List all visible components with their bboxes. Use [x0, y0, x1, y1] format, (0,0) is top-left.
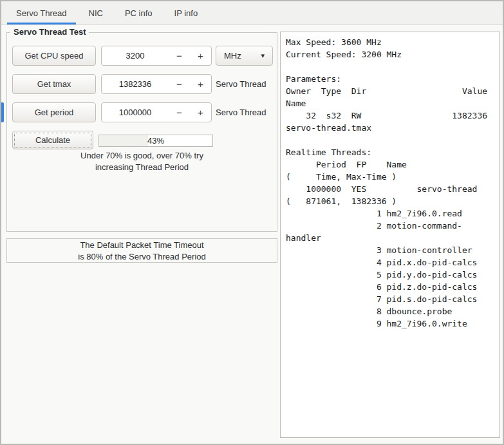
app-window: Servo Thread NIC PC info IP info Servo T… — [0, 0, 504, 445]
get-tmax-button[interactable]: Get tmax — [12, 74, 96, 94]
tmax-increment-button[interactable]: + — [190, 75, 211, 93]
tmax-spinbox: 1382336 − + — [101, 74, 212, 94]
tab-servo-thread-label: Servo Thread — [16, 8, 67, 18]
tmax-decrement-button[interactable]: − — [169, 75, 190, 93]
calculate-button[interactable]: Calculate — [12, 131, 93, 149]
cpu-speed-spinbox: 3200 − + — [101, 46, 212, 66]
cpu-speed-increment-button[interactable]: + — [190, 46, 211, 65]
tab-nic-label: NIC — [89, 8, 103, 18]
active-tab-underline — [7, 23, 76, 24]
threshold-hint-text: Under 70% is good, over 70% try increasi… — [7, 150, 277, 173]
units-dropdown[interactable]: MHz ▾ — [216, 46, 273, 66]
period-thread-label: Servo Thread — [216, 102, 266, 122]
left-edge-accent-indicator — [1, 102, 4, 122]
tab-servo-thread[interactable]: Servo Thread — [5, 1, 78, 24]
get-period-button[interactable]: Get period — [12, 102, 96, 122]
frame-title: Servo Thread Test — [10, 27, 89, 37]
tmax-value[interactable]: 1382336 — [102, 75, 169, 93]
tab-pc-info-label: PC info — [125, 8, 153, 18]
tab-bar: Servo Thread NIC PC info IP info — [1, 1, 503, 25]
cpu-speed-value[interactable]: 3200 — [102, 46, 169, 65]
tab-nic[interactable]: NIC — [78, 1, 114, 24]
period-value[interactable]: 1000000 — [102, 103, 169, 122]
tab-ip-info-label: IP info — [174, 8, 198, 18]
tab-pc-info[interactable]: PC info — [114, 1, 163, 24]
chevron-down-icon: ▾ — [261, 52, 265, 60]
get-cpu-speed-button[interactable]: Get CPU speed — [12, 46, 96, 66]
servo-thread-test-frame: Servo Thread Test Get CPU speed 3200 − +… — [6, 32, 277, 232]
tmax-thread-label: Servo Thread — [216, 74, 266, 94]
units-dropdown-value: MHz — [224, 51, 241, 61]
progress-percent-label: 43% — [99, 135, 212, 146]
output-textview: Max Speed: 3600 MHz Current Speed: 3200 … — [280, 32, 500, 438]
tab-ip-info[interactable]: IP info — [163, 1, 209, 24]
period-spinbox: 1000000 − + — [101, 102, 212, 122]
cpu-speed-decrement-button[interactable]: − — [169, 46, 190, 65]
packet-timeout-note: The Default Packet Time Timeout is 80% o… — [6, 238, 277, 263]
period-increment-button[interactable]: + — [190, 103, 211, 122]
load-progressbar: 43% — [98, 135, 213, 147]
period-decrement-button[interactable]: − — [169, 103, 190, 122]
